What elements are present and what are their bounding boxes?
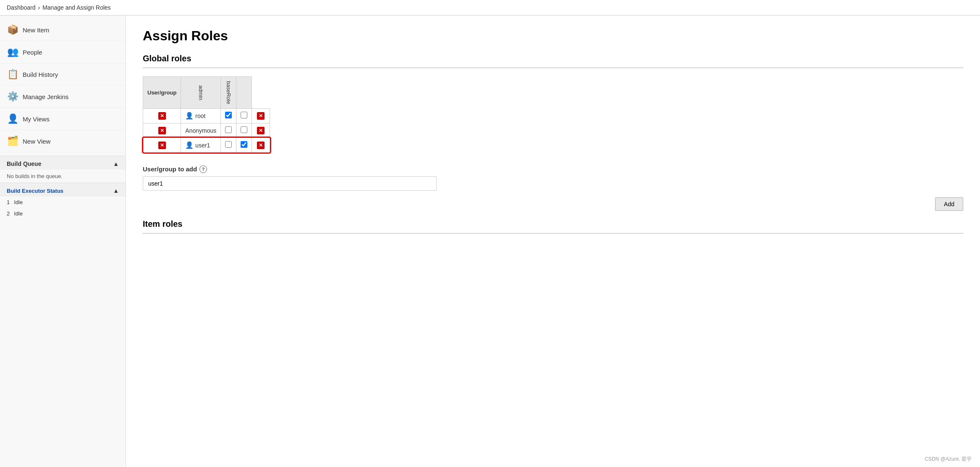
delete-icon-0: ✕ — [158, 112, 166, 120]
delete-icon2-0: ✕ — [257, 112, 265, 120]
main-content: Assign Roles Global roles User/group adm… — [126, 16, 980, 467]
sidebar: 📦 New Item 👥 People 📋 Build History ⚙️ M… — [0, 16, 126, 467]
add-button[interactable]: Add — [935, 197, 963, 211]
delete-icon-2: ✕ — [158, 142, 166, 149]
delete-icon-1: ✕ — [158, 127, 166, 134]
delete-btn-1[interactable]: ✕ — [157, 126, 167, 135]
admin-cell-0 — [221, 108, 236, 123]
help-icon[interactable]: ? — [199, 165, 207, 173]
baserole-cell-0 — [236, 108, 252, 123]
build-queue-title: Build Queue — [7, 160, 41, 167]
sidebar-nav: 📦 New Item 👥 People 📋 Build History ⚙️ M… — [0, 16, 126, 156]
sidebar-item-people[interactable]: 👥 People — [0, 41, 126, 63]
admin-checkbox-1[interactable] — [225, 126, 232, 133]
sidebar-item-build-history[interactable]: 📋 Build History — [0, 63, 126, 86]
admin-cell-2 — [221, 138, 236, 152]
baserole-cell-2 — [236, 138, 252, 152]
table-row: ✕ 👤user1 ✕ — [143, 138, 270, 152]
manage-jenkins-label: Manage Jenkins — [23, 93, 68, 100]
new-view-label: New View — [23, 138, 50, 145]
delete-btn2-2[interactable]: ✕ — [256, 141, 265, 150]
add-user-section: User/group to add ? Add — [143, 165, 963, 211]
watermark: CSDN @Azure. 星宇 — [925, 456, 972, 463]
manage-jenkins-icon: ⚙️ — [7, 91, 18, 102]
build-history-icon: 📋 — [7, 68, 18, 80]
col-baserole: baseRole — [221, 77, 236, 109]
build-executor-chevron: ▲ — [113, 187, 119, 194]
col-user-group: User/group — [143, 77, 181, 109]
global-roles-title: Global roles — [143, 54, 963, 63]
new-item-label: New Item — [23, 26, 49, 34]
people-icon: 👥 — [7, 46, 18, 58]
breadcrumb-current: Manage and Assign Roles — [42, 4, 111, 11]
people-label: People — [23, 49, 42, 56]
admin-checkbox-0[interactable] — [225, 112, 232, 118]
user-cell-1: Anonymous — [181, 123, 221, 138]
add-user-input[interactable] — [143, 176, 437, 191]
executor-1: 1Idle — [0, 197, 126, 208]
build-queue-section: Build Queue ▲ — [0, 156, 126, 170]
breadcrumb-separator: › — [38, 4, 40, 11]
new-view-icon: 🗂️ — [7, 135, 18, 147]
breadcrumb-home[interactable]: Dashboard — [7, 4, 36, 11]
new-item-icon: 📦 — [7, 24, 18, 36]
delete-cell-2: ✕ — [143, 138, 181, 152]
breadcrumb: Dashboard › Manage and Assign Roles — [0, 0, 980, 16]
executor-2: 2Idle — [0, 208, 126, 219]
delete-cell2-1: ✕ — [252, 123, 270, 138]
my-views-icon: 👤 — [7, 113, 18, 125]
build-executor-title[interactable]: Build Executor Status — [7, 188, 63, 194]
delete-icon2-2: ✕ — [257, 142, 265, 149]
baserole-checkbox-1[interactable] — [241, 126, 247, 133]
col-admin: admin — [181, 77, 221, 109]
delete-cell-1: ✕ — [143, 123, 181, 138]
user-cell-0: 👤root — [181, 108, 221, 123]
delete-btn2-0[interactable]: ✕ — [256, 111, 265, 121]
delete-btn-0[interactable]: ✕ — [157, 111, 167, 121]
global-roles-table: User/group admin baseRole ✕ 👤root ✕ ✕ An… — [143, 76, 270, 153]
my-views-label: My Views — [23, 115, 50, 123]
page-title: Assign Roles — [143, 28, 963, 44]
baserole-checkbox-2[interactable] — [241, 141, 247, 148]
item-roles-divider — [143, 233, 963, 234]
delete-cell2-0: ✕ — [252, 108, 270, 123]
baserole-checkbox-0[interactable] — [241, 112, 247, 118]
build-history-label: Build History — [23, 71, 58, 78]
delete-btn-2[interactable]: ✕ — [157, 141, 167, 150]
col-delete-header — [236, 77, 252, 109]
build-queue-empty: No builds in the queue. — [0, 170, 126, 183]
admin-checkbox-2[interactable] — [225, 141, 232, 148]
baserole-cell-1 — [236, 123, 252, 138]
sidebar-item-manage-jenkins[interactable]: ⚙️ Manage Jenkins — [0, 86, 126, 108]
sidebar-item-new-item[interactable]: 📦 New Item — [0, 19, 126, 41]
sidebar-item-new-view[interactable]: 🗂️ New View — [0, 130, 126, 152]
sidebar-item-my-views[interactable]: 👤 My Views — [0, 108, 126, 130]
delete-btn2-1[interactable]: ✕ — [256, 126, 265, 135]
admin-cell-1 — [221, 123, 236, 138]
build-executor-section: Build Executor Status ▲ — [0, 183, 126, 197]
item-roles-title: Item roles — [143, 219, 963, 229]
table-row: ✕ 👤root ✕ — [143, 108, 270, 123]
global-roles-divider — [143, 68, 963, 68]
delete-icon2-1: ✕ — [257, 127, 265, 134]
user-cell-2: 👤user1 — [181, 138, 221, 152]
delete-cell2-2: ✕ — [252, 138, 270, 152]
add-user-label: User/group to add ? — [143, 165, 963, 173]
table-row: ✕ Anonymous ✕ — [143, 123, 270, 138]
delete-cell-0: ✕ — [143, 108, 181, 123]
build-queue-chevron: ▲ — [113, 160, 119, 167]
